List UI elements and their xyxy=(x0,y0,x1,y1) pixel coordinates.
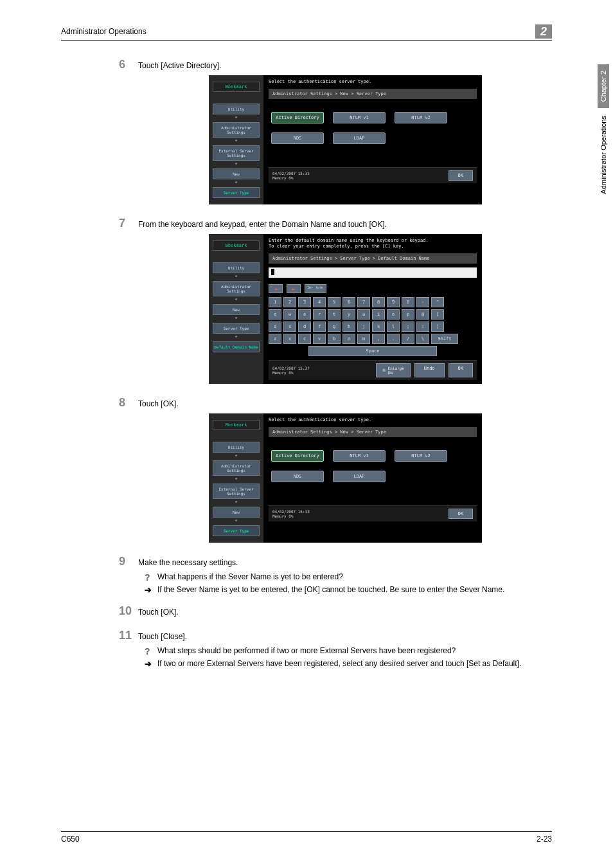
answer-item: ➔ If two or more External Servers have b… xyxy=(145,659,552,669)
crumb-server-type[interactable]: Server Type xyxy=(213,525,260,536)
key-m[interactable]: m xyxy=(357,334,370,344)
undo-button[interactable]: Undo xyxy=(414,363,445,377)
ntlm-v1-button[interactable]: NTLM v1 xyxy=(333,112,386,123)
key-v[interactable]: v xyxy=(313,334,326,344)
key-4[interactable]: 4 xyxy=(313,297,326,307)
crumb-new[interactable]: New xyxy=(213,304,260,315)
step-text: Touch [Active Directory]. xyxy=(138,59,552,70)
key-2[interactable]: 2 xyxy=(283,297,296,307)
step-text: From the keyboard and keypad, enter the … xyxy=(138,217,552,229)
key-o[interactable]: o xyxy=(387,309,400,320)
arrow-right-button[interactable]: ► xyxy=(287,284,301,293)
key-s[interactable]: s xyxy=(283,321,296,332)
bookmark-button[interactable]: Bookmark xyxy=(213,82,260,92)
step-text: Make the necessary settings. xyxy=(138,556,552,567)
footer-timestamp: 04/02/2007 15:37 Memory 0% xyxy=(272,366,310,375)
delete-button[interactable]: De- lete xyxy=(305,284,326,293)
key-0[interactable]: 0 xyxy=(402,297,414,307)
key-h[interactable]: h xyxy=(342,321,355,332)
active-directory-button[interactable]: Active Directory xyxy=(271,112,324,123)
key-@[interactable]: @ xyxy=(416,309,429,320)
crumb-ext-server[interactable]: External Server Settings xyxy=(213,145,260,161)
ok-button[interactable]: OK xyxy=(449,170,473,181)
key-;[interactable]: ; xyxy=(402,321,414,332)
key-y[interactable]: y xyxy=(342,309,355,320)
key-8[interactable]: 8 xyxy=(372,297,385,307)
key-3[interactable]: 3 xyxy=(298,297,311,307)
key-g[interactable]: g xyxy=(328,321,341,332)
crumb-new[interactable]: New xyxy=(213,168,260,179)
enlarge-button[interactable]: 🔍 Enlarge ON xyxy=(376,363,411,377)
screenshot-sidebar: Bookmark Utility ▾ Administrator Setting… xyxy=(209,234,263,384)
key-,[interactable]: , xyxy=(372,334,385,344)
crumb-admin-settings[interactable]: Administrator Settings xyxy=(213,460,260,476)
chevron-down-icon: ▾ xyxy=(209,519,263,523)
side-chapter-title: Administrator Operations xyxy=(598,113,609,197)
crumb-server-type[interactable]: Server Type xyxy=(213,323,260,334)
step-text: Touch [OK]. xyxy=(138,397,552,408)
key-p[interactable]: p xyxy=(402,309,414,320)
key-\[interactable]: \ xyxy=(416,334,429,344)
crumb-utility[interactable]: Utility xyxy=(213,104,260,114)
ldap-button[interactable]: LDAP xyxy=(333,132,386,144)
ok-button[interactable]: OK xyxy=(449,509,473,519)
key--[interactable]: - xyxy=(416,297,429,307)
step-text: Touch [Close]. xyxy=(138,629,552,641)
key-z[interactable]: z xyxy=(269,334,281,344)
key-[[interactable]: [ xyxy=(431,309,444,320)
crumb-server-type[interactable]: Server Type xyxy=(213,187,260,198)
key-e[interactable]: e xyxy=(298,309,311,320)
active-directory-button[interactable]: Active Directory xyxy=(271,450,324,462)
key-.[interactable]: . xyxy=(387,334,400,344)
crumb-admin-settings[interactable]: Administrator Settings xyxy=(213,281,260,296)
key-6[interactable]: 6 xyxy=(342,297,355,307)
key-q[interactable]: q xyxy=(269,309,281,320)
key-x[interactable]: x xyxy=(283,334,296,344)
footer-timestamp: 04/02/2007 15:38 Memory 0% xyxy=(272,509,310,518)
key-r[interactable]: r xyxy=(313,309,326,320)
bookmark-button[interactable]: Bookmark xyxy=(213,240,260,251)
shift-key[interactable]: Shift xyxy=(431,334,458,344)
key-:[interactable]: : xyxy=(416,321,429,332)
answer-text: If the Sever Name is yet to be entered, … xyxy=(157,585,552,594)
ntlm-v1-button[interactable]: NTLM v1 xyxy=(333,450,386,462)
key-7[interactable]: 7 xyxy=(357,297,370,307)
key-b[interactable]: b xyxy=(328,334,341,344)
ntlm-v2-button[interactable]: NTLM v2 xyxy=(395,112,447,123)
key-k[interactable]: k xyxy=(372,321,385,332)
key-w[interactable]: w xyxy=(283,309,296,320)
domain-name-input[interactable] xyxy=(269,267,477,278)
crumb-ext-server[interactable]: External Server Settings xyxy=(213,484,260,499)
key-c[interactable]: c xyxy=(298,334,311,344)
crumb-default-domain[interactable]: Default Domain Name xyxy=(213,341,260,352)
key-5[interactable]: 5 xyxy=(328,297,341,307)
question-item: ? What steps should be performed if two … xyxy=(145,646,552,656)
key-d[interactable]: d xyxy=(298,321,311,332)
bookmark-button[interactable]: Bookmark xyxy=(213,420,260,430)
key-^[interactable]: ^ xyxy=(431,297,444,307)
key-9[interactable]: 9 xyxy=(387,297,400,307)
key-t[interactable]: t xyxy=(328,309,341,320)
ok-button[interactable]: OK xyxy=(449,363,473,377)
crumb-utility[interactable]: Utility xyxy=(213,262,260,273)
ntlm-v2-button[interactable]: NTLM v2 xyxy=(395,450,447,462)
space-key[interactable]: Space xyxy=(308,346,437,356)
nds-button[interactable]: NDS xyxy=(271,132,324,144)
crumb-admin-settings[interactable]: Administrator Settings xyxy=(213,122,260,138)
key-u[interactable]: u xyxy=(357,309,370,320)
nds-button[interactable]: NDS xyxy=(271,471,324,482)
crumb-utility[interactable]: Utility xyxy=(213,442,260,453)
key-f[interactable]: f xyxy=(313,321,326,332)
key-n[interactable]: n xyxy=(342,334,355,344)
key-][interactable]: ] xyxy=(431,321,444,332)
key-i[interactable]: i xyxy=(372,309,385,320)
key-l[interactable]: l xyxy=(387,321,400,332)
chevron-down-icon: ▾ xyxy=(209,162,263,166)
arrow-left-button[interactable]: ◄ xyxy=(269,284,283,293)
ldap-button[interactable]: LDAP xyxy=(333,471,386,482)
key-a[interactable]: a xyxy=(269,321,281,332)
key-1[interactable]: 1 xyxy=(269,297,281,307)
key-/[interactable]: / xyxy=(402,334,414,344)
crumb-new[interactable]: New xyxy=(213,507,260,518)
key-j[interactable]: j xyxy=(357,321,370,332)
